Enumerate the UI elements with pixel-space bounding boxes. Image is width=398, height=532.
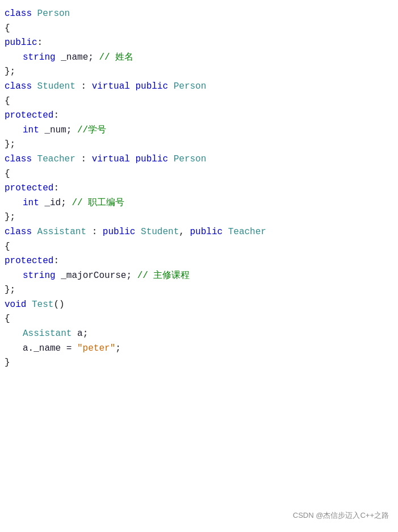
code-token: public bbox=[190, 227, 228, 237]
code-line: { bbox=[5, 94, 393, 109]
code-token: void bbox=[5, 300, 32, 310]
code-token: public bbox=[5, 38, 37, 48]
code-token: class bbox=[5, 227, 37, 237]
code-token: , bbox=[179, 227, 190, 237]
code-token bbox=[5, 342, 23, 356]
code-line: } bbox=[5, 356, 393, 371]
code-token bbox=[5, 196, 23, 211]
code-token: }; bbox=[5, 66, 15, 77]
code-token: string bbox=[23, 52, 61, 63]
code-token: { bbox=[5, 23, 10, 34]
code-token: { bbox=[5, 96, 10, 106]
code-token: _majorCourse; bbox=[61, 271, 137, 281]
code-token: : bbox=[37, 38, 43, 48]
code-line: }; bbox=[5, 138, 393, 152]
code-token: Student bbox=[141, 227, 179, 237]
code-token: }; bbox=[5, 285, 15, 295]
code-token: Assistant bbox=[37, 227, 86, 237]
code-token: // 主修课程 bbox=[137, 271, 190, 281]
code-line: void Test() bbox=[5, 298, 393, 313]
code-token: { bbox=[5, 242, 10, 252]
code-token: Person bbox=[174, 154, 207, 164]
code-container: class Person{public: string _name; // 姓名… bbox=[5, 7, 393, 371]
code-token: Assistant bbox=[23, 329, 72, 339]
code-token: }; bbox=[5, 139, 15, 149]
code-token: virtual bbox=[92, 81, 136, 92]
code-line: Assistant a; bbox=[5, 327, 393, 342]
code-token: string bbox=[23, 271, 61, 281]
code-line: protected: bbox=[5, 181, 393, 196]
code-token: Teacher bbox=[37, 154, 76, 164]
code-token: public bbox=[135, 154, 173, 164]
code-line: class Teacher : virtual public Person bbox=[5, 152, 393, 167]
code-token: : bbox=[53, 183, 59, 193]
code-line: public: bbox=[5, 36, 393, 51]
code-line: }; bbox=[5, 210, 393, 225]
code-token: { bbox=[5, 314, 10, 324]
code-token: protected bbox=[5, 256, 53, 266]
code-token: public bbox=[103, 227, 141, 237]
code-token: virtual bbox=[92, 154, 136, 164]
code-token: class bbox=[5, 154, 37, 164]
code-token: () bbox=[53, 300, 64, 310]
code-line: string _name; // 姓名 bbox=[5, 51, 393, 65]
code-token bbox=[5, 269, 23, 284]
code-token: : bbox=[53, 110, 59, 120]
code-line: { bbox=[5, 312, 393, 327]
code-line: int _num; //学号 bbox=[5, 123, 393, 138]
code-token: : bbox=[76, 154, 92, 164]
code-token: : bbox=[53, 256, 59, 266]
code-token: Student bbox=[37, 81, 76, 92]
code-token: public bbox=[135, 81, 173, 92]
code-token: class bbox=[5, 9, 37, 19]
code-token: : bbox=[86, 227, 103, 237]
code-token: "peter" bbox=[77, 343, 115, 354]
code-token: { bbox=[5, 169, 10, 179]
code-token: protected bbox=[5, 110, 53, 120]
code-token: // 姓名 bbox=[99, 52, 133, 63]
code-token: int bbox=[23, 198, 44, 208]
code-token: a; bbox=[72, 329, 88, 339]
code-line: class Person bbox=[5, 7, 393, 22]
code-line: }; bbox=[5, 283, 393, 298]
code-token: class bbox=[5, 81, 37, 92]
code-token: Person bbox=[174, 81, 207, 92]
code-token: a._name = bbox=[23, 343, 77, 354]
code-token: _id; bbox=[44, 198, 72, 208]
code-line: { bbox=[5, 22, 393, 36]
code-token bbox=[5, 51, 23, 65]
code-token: : bbox=[76, 81, 92, 92]
code-line: }; bbox=[5, 65, 393, 80]
code-token: _num; bbox=[44, 125, 77, 135]
code-line: protected: bbox=[5, 109, 393, 123]
code-token: } bbox=[5, 358, 10, 368]
code-line: { bbox=[5, 240, 393, 255]
code-token: Teacher bbox=[228, 227, 266, 237]
code-token: int bbox=[23, 125, 44, 135]
code-line: class Assistant : public Student, public… bbox=[5, 225, 393, 240]
watermark: CSDN @杰信步迈入C++之路 bbox=[293, 510, 389, 522]
code-line: { bbox=[5, 167, 393, 182]
code-token: ; bbox=[115, 343, 121, 354]
code-token bbox=[5, 123, 23, 138]
code-line: class Student : virtual public Person bbox=[5, 80, 393, 94]
code-line: protected: bbox=[5, 254, 393, 269]
code-token: Test bbox=[32, 300, 53, 310]
code-line: int _id; // 职工编号 bbox=[5, 196, 393, 211]
code-token bbox=[5, 327, 23, 342]
code-token: }; bbox=[5, 212, 15, 222]
code-line: string _majorCourse; // 主修课程 bbox=[5, 269, 393, 284]
code-line: a._name = "peter"; bbox=[5, 342, 393, 356]
code-token: // 职工编号 bbox=[72, 198, 124, 208]
code-token: protected bbox=[5, 183, 53, 193]
code-token: Person bbox=[37, 9, 70, 19]
code-token: _name; bbox=[61, 52, 99, 63]
code-token: //学号 bbox=[77, 125, 106, 135]
